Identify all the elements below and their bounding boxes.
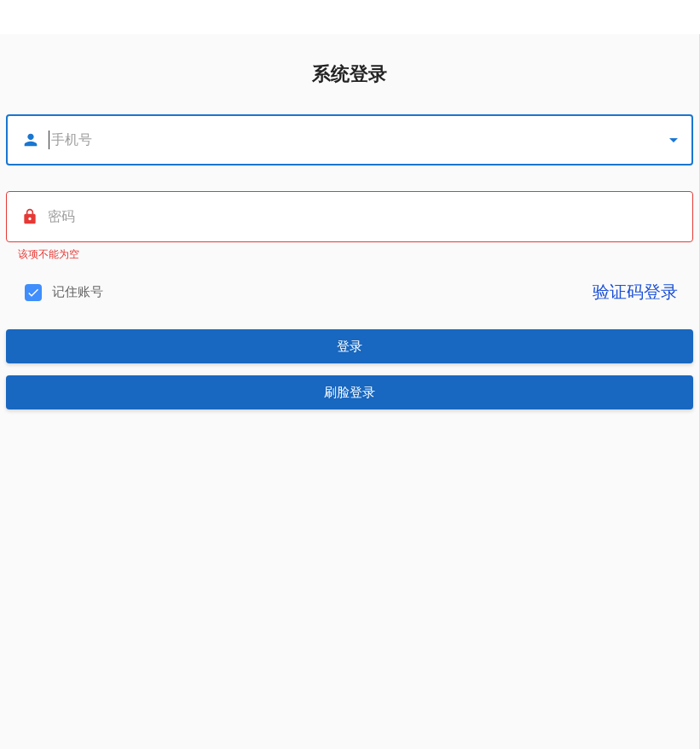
chevron-down-icon[interactable] bbox=[669, 138, 678, 142]
person-icon bbox=[21, 131, 40, 149]
phone-field bbox=[6, 114, 693, 165]
page-background: 系统登录 该项不能为空 bbox=[0, 34, 700, 749]
phone-input-wrap[interactable] bbox=[6, 114, 693, 165]
phone-input[interactable] bbox=[51, 132, 662, 148]
login-container: 系统登录 该项不能为空 bbox=[6, 61, 693, 409]
password-input-wrap[interactable] bbox=[6, 191, 693, 242]
page-title: 系统登录 bbox=[6, 61, 693, 87]
code-login-link[interactable]: 验证码登录 bbox=[593, 281, 678, 304]
login-button[interactable]: 登录 bbox=[6, 329, 693, 363]
password-input[interactable] bbox=[48, 209, 679, 224]
password-field: 该项不能为空 bbox=[6, 191, 693, 262]
top-blank-area bbox=[0, 0, 700, 34]
lock-icon bbox=[20, 207, 39, 226]
checkbox-checked-icon bbox=[25, 284, 42, 301]
options-row: 记住账号 验证码登录 bbox=[6, 281, 693, 304]
text-caret bbox=[49, 131, 49, 149]
password-error-message: 该项不能为空 bbox=[18, 247, 693, 262]
remember-checkbox[interactable]: 记住账号 bbox=[25, 284, 103, 301]
remember-label: 记住账号 bbox=[52, 284, 103, 300]
face-login-button[interactable]: 刷脸登录 bbox=[6, 375, 693, 409]
